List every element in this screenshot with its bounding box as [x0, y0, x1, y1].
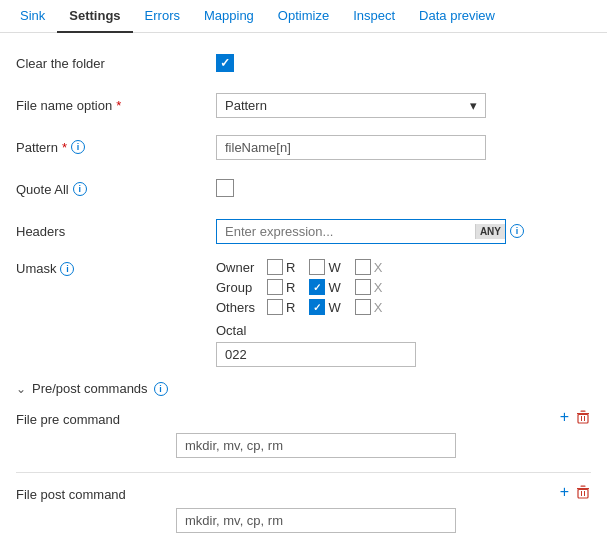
svg-rect-6 — [581, 486, 586, 487]
pattern-row: Pattern * i — [16, 133, 591, 161]
chevron-down-icon: ▾ — [470, 98, 477, 113]
pattern-label: Pattern * i — [16, 140, 216, 155]
umask-group-x-cell: X — [355, 279, 383, 295]
prepost-header: ⌄ Pre/post commands i — [16, 381, 591, 396]
umask-group-x-letter: X — [374, 280, 383, 295]
clear-folder-check: ✓ — [220, 56, 230, 70]
octal-input[interactable] — [216, 342, 416, 367]
umask-group-label: Group — [216, 280, 261, 295]
pre-command-input-wrap — [176, 433, 591, 458]
file-name-option-required: * — [116, 98, 121, 113]
file-pre-label: File pre command — [16, 408, 176, 427]
tab-sink[interactable]: Sink — [8, 0, 57, 33]
delete-post-command-button[interactable] — [575, 484, 591, 500]
clear-folder-checkbox[interactable]: ✓ — [216, 54, 234, 72]
svg-rect-2 — [578, 415, 588, 424]
chevron-icon[interactable]: ⌄ — [16, 382, 26, 396]
file-name-option-label: File name option * — [16, 98, 216, 113]
prepost-info-icon[interactable]: i — [154, 382, 168, 396]
svg-rect-1 — [581, 411, 586, 412]
octal-label: Octal — [216, 323, 591, 338]
delete-pre-icon — [575, 409, 591, 425]
svg-rect-8 — [581, 491, 582, 496]
umask-owner-x-checkbox[interactable] — [355, 259, 371, 275]
umask-group-row: Group R ✓ W X — [216, 279, 591, 295]
delete-pre-command-button[interactable] — [575, 409, 591, 425]
headers-badge: ANY — [475, 224, 505, 239]
file-name-option-control: Pattern ▾ — [216, 93, 591, 118]
umask-others-x-letter: X — [374, 300, 383, 315]
umask-others-label: Others — [216, 300, 261, 315]
file-pre-row: File pre command + — [16, 408, 591, 427]
svg-rect-3 — [581, 416, 582, 421]
umask-owner-w-cell: W — [309, 259, 340, 275]
umask-group-r-letter: R — [286, 280, 295, 295]
pattern-control — [216, 135, 591, 160]
add-post-command-button[interactable]: + — [560, 483, 569, 501]
post-command-input[interactable] — [176, 508, 456, 533]
tab-settings[interactable]: Settings — [57, 0, 132, 33]
file-post-actions: + — [560, 483, 591, 501]
svg-rect-7 — [578, 490, 588, 499]
add-pre-command-button[interactable]: + — [560, 408, 569, 426]
file-post-label: File post command — [16, 483, 176, 502]
file-name-option-select[interactable]: Pattern ▾ — [216, 93, 486, 118]
file-post-row: File post command + — [16, 483, 591, 502]
clear-folder-row: Clear the folder ✓ — [16, 49, 591, 77]
tab-bar: Sink Settings Errors Mapping Optimize In… — [0, 0, 607, 33]
octal-section: Octal — [216, 319, 591, 367]
umask-owner-r-letter: R — [286, 260, 295, 275]
umask-group-w-check: ✓ — [313, 282, 321, 293]
umask-others-row: Others R ✓ W X — [216, 299, 591, 315]
pattern-input[interactable] — [216, 135, 486, 160]
umask-label: Umask i — [16, 259, 216, 276]
file-name-option-row: File name option * Pattern ▾ — [16, 91, 591, 119]
umask-group-r-checkbox[interactable] — [267, 279, 283, 295]
umask-owner-x-cell: X — [355, 259, 383, 275]
headers-control: ANY i — [216, 219, 591, 244]
umask-owner-label: Owner — [216, 260, 261, 275]
quote-all-checkbox[interactable] — [216, 179, 234, 197]
umask-group-r-cell: R — [267, 279, 295, 295]
umask-group-w-letter: W — [328, 280, 340, 295]
quote-all-row: Quote All i — [16, 175, 591, 203]
pre-command-input[interactable] — [176, 433, 456, 458]
settings-form: Clear the folder ✓ File name option * Pa… — [0, 33, 607, 533]
tab-data-preview[interactable]: Data preview — [407, 0, 507, 33]
clear-folder-label: Clear the folder — [16, 56, 216, 71]
umask-owner-r-checkbox[interactable] — [267, 259, 283, 275]
delete-post-icon — [575, 484, 591, 500]
svg-rect-4 — [584, 416, 585, 421]
headers-label: Headers — [16, 224, 216, 239]
umask-owner-r-cell: R — [267, 259, 295, 275]
umask-others-w-checkbox[interactable]: ✓ — [309, 299, 325, 315]
prepost-section: ⌄ Pre/post commands i File pre command + — [16, 381, 591, 533]
tab-optimize[interactable]: Optimize — [266, 0, 341, 33]
tab-inspect[interactable]: Inspect — [341, 0, 407, 33]
tab-mapping[interactable]: Mapping — [192, 0, 266, 33]
umask-others-r-checkbox[interactable] — [267, 299, 283, 315]
umask-control: Owner R W X Group — [216, 259, 591, 367]
umask-others-x-checkbox[interactable] — [355, 299, 371, 315]
umask-group-w-checkbox[interactable]: ✓ — [309, 279, 325, 295]
umask-group-w-cell: ✓ W — [309, 279, 340, 295]
pattern-info-icon[interactable]: i — [71, 140, 85, 154]
pattern-required: * — [62, 140, 67, 155]
headers-row: Headers ANY i — [16, 217, 591, 245]
umask-group-x-checkbox[interactable] — [355, 279, 371, 295]
quote-all-label: Quote All i — [16, 182, 216, 197]
tab-errors[interactable]: Errors — [133, 0, 192, 33]
headers-info-icon[interactable]: i — [510, 224, 524, 238]
umask-others-w-letter: W — [328, 300, 340, 315]
umask-others-r-cell: R — [267, 299, 295, 315]
post-command-input-wrap — [176, 508, 591, 533]
umask-owner-w-checkbox[interactable] — [309, 259, 325, 275]
umask-others-w-check: ✓ — [313, 302, 321, 313]
quote-all-info-icon[interactable]: i — [73, 182, 87, 196]
umask-owner-row: Owner R W X — [216, 259, 591, 275]
prepost-title: Pre/post commands — [32, 381, 148, 396]
file-pre-actions: + — [560, 408, 591, 426]
umask-info-icon[interactable]: i — [60, 262, 74, 276]
prepost-divider — [16, 472, 591, 473]
headers-input[interactable] — [217, 220, 475, 243]
